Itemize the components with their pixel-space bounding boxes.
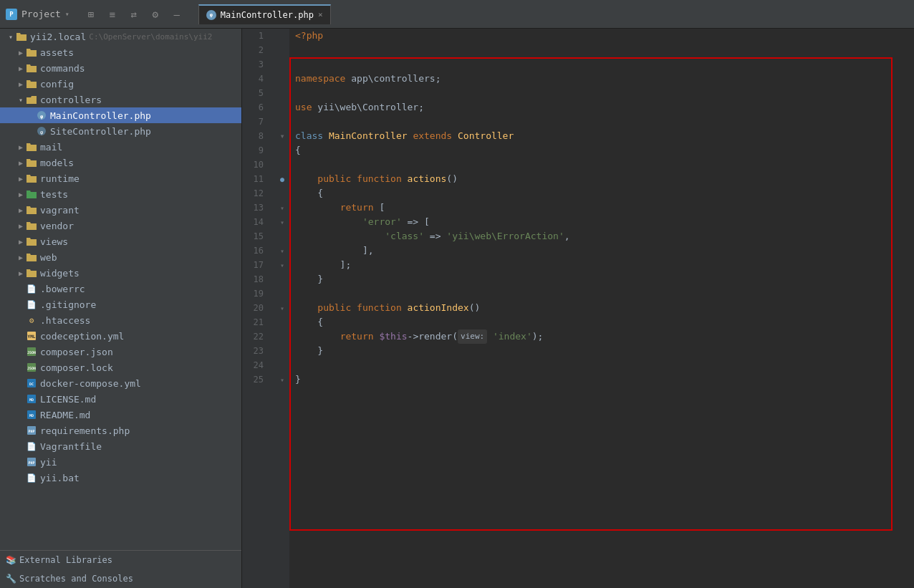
line-numbers: 1 2 3 4 5 6 7 8 9 10 11 12 13 14 15 16 1… <box>242 29 275 588</box>
svg-text:MD: MD <box>29 397 34 402</box>
label-codeception: codeception.yml <box>40 331 124 342</box>
line-num-10: 10 <box>242 158 269 172</box>
token-8-2: MainController <box>329 129 413 143</box>
code-line-20: public function actionIndex() <box>289 301 914 315</box>
sidebar-item-readme[interactable]: MD README.md <box>0 407 241 423</box>
tab-close-button[interactable]: × <box>318 10 323 19</box>
root-path: C:\OpenServer\domains\yii2 <box>89 32 212 42</box>
code-line-21: { <box>289 315 914 329</box>
sidebar-item-controllers[interactable]: ▾ controllers <box>0 92 241 107</box>
tool-sync-icon[interactable]: ⇄ <box>127 7 141 21</box>
gutter-14[interactable]: ▾ <box>275 215 289 229</box>
sidebar-item-widgets[interactable]: ▶ widgets <box>0 265 241 281</box>
folder-icon-vendor <box>26 221 37 231</box>
gutter-6 <box>275 100 289 115</box>
code-lines[interactable]: <?php namespace app\controllers; use yii… <box>289 29 914 588</box>
sidebar-item-composerlock[interactable]: JSON composer.lock <box>0 360 241 375</box>
folder-icon-assets <box>26 47 37 57</box>
sidebar-item-commands[interactable]: ▶ commands <box>0 60 241 76</box>
sidebar-item-models[interactable]: ▶ models <box>0 155 241 170</box>
sidebar-item-views[interactable]: ▶ views <box>0 233 241 249</box>
code-line-9: { <box>289 143 914 158</box>
svg-text:PHP: PHP <box>28 429 34 433</box>
sidebar-item-runtime[interactable]: ▶ runtime <box>0 170 241 186</box>
token-13-2: return <box>340 201 380 215</box>
sidebar-item-web[interactable]: ▶ web <box>0 249 241 265</box>
gutter-20[interactable]: ▾ <box>275 301 289 315</box>
sidebar-item-bowerrc[interactable]: 📄 .bowerrc <box>0 281 241 297</box>
token-12-1: { <box>295 186 323 201</box>
sidebar-item-config[interactable]: ▶ config <box>0 76 241 92</box>
code-line-10 <box>289 158 914 172</box>
code-line-12: { <box>289 186 914 201</box>
arrow-mail: ▶ <box>16 143 26 151</box>
file-icon-license: MD <box>26 394 37 404</box>
tabs-area: φ MainController.php × <box>184 4 908 24</box>
project-dropdown-icon[interactable]: ▾ <box>65 10 69 18</box>
sidebar: ▾ yii2.local C:\OpenServer\domains\yii2 … <box>0 29 242 588</box>
gutter-16[interactable]: ▾ <box>275 244 289 258</box>
token-11-1: public <box>317 172 357 186</box>
code-line-15: 'class' => 'yii\web\ErrorAction', <box>289 229 914 244</box>
tool-minimize-icon[interactable]: — <box>170 7 184 21</box>
line-num-2: 2 <box>242 43 269 57</box>
gutter-8[interactable]: ▾ <box>275 129 289 143</box>
token-21-1: { <box>295 315 323 329</box>
token-8-4: Controller <box>458 129 514 143</box>
sidebar-item-docker[interactable]: DC docker-compose.yml <box>0 375 241 391</box>
gutter-2 <box>275 43 289 57</box>
sidebar-item-sitecontroller[interactable]: φ SiteController.php <box>0 123 241 139</box>
sidebar-item-htaccess[interactable]: ⚙ .htaccess <box>0 312 241 328</box>
tool-settings-icon[interactable]: ⚙ <box>148 7 163 21</box>
sidebar-item-composerjson[interactable]: JSON composer.json <box>0 344 241 360</box>
gutter-25[interactable]: ▾ <box>275 372 289 387</box>
token-15-4: 'yii\web\ErrorAction' <box>446 229 564 244</box>
sidebar-item-mail[interactable]: ▶ mail <box>0 139 241 155</box>
svg-text:DC: DC <box>29 382 34 386</box>
gutter-19 <box>275 286 289 301</box>
line-num-25: 25 <box>242 372 269 387</box>
code-line-24 <box>289 358 914 372</box>
tool-layout-icon[interactable]: ⊞ <box>84 7 98 21</box>
php-icon-yii: PHP <box>26 457 37 467</box>
svg-text:φ: φ <box>40 130 43 135</box>
sidebar-item-tests[interactable]: ▶ tests <box>0 186 241 202</box>
tool-list-icon[interactable]: ≡ <box>105 7 120 21</box>
line-num-3: 3 <box>242 57 269 72</box>
line-num-21: 21 <box>242 315 269 329</box>
sidebar-item-root[interactable]: ▾ yii2.local C:\OpenServer\domains\yii2 <box>0 29 241 44</box>
line-num-23: 23 <box>242 344 269 358</box>
sidebar-item-license[interactable]: MD LICENSE.md <box>0 391 241 407</box>
folder-icon-views <box>26 236 37 246</box>
external-libraries-item[interactable]: 📚 External Libraries <box>0 551 241 569</box>
sidebar-item-assets[interactable]: ▶ assets <box>0 44 241 60</box>
sidebar-item-vagrant[interactable]: ▶ vagrant <box>0 202 241 218</box>
sidebar-item-yiibat[interactable]: 📄 yii.bat <box>0 470 241 486</box>
token-11-2: function <box>357 172 407 186</box>
sidebar-item-vagrantfile[interactable]: 📄 Vagrantfile <box>0 438 241 454</box>
tab-maincontroller[interactable]: φ MainController.php × <box>198 4 331 24</box>
sidebar-item-vendor[interactable]: ▶ vendor <box>0 218 241 233</box>
svg-text:JSON: JSON <box>27 350 36 355</box>
file-icon-composerlock: JSON <box>26 362 37 372</box>
token-15-1 <box>295 229 385 244</box>
label-runtime: runtime <box>40 173 80 184</box>
code-view[interactable]: 1 2 3 4 5 6 7 8 9 10 11 12 13 14 15 16 1… <box>242 29 914 588</box>
sidebar-item-yii[interactable]: PHP yii <box>0 454 241 470</box>
code-line-13: return [ <box>289 201 914 215</box>
token-22-5 <box>487 329 493 344</box>
token-22-4: view: <box>458 329 487 344</box>
sidebar-item-gitignore[interactable]: 📄 .gitignore <box>0 297 241 312</box>
gutter-7 <box>275 115 289 129</box>
sidebar-item-codeception[interactable]: YML codeception.yml <box>0 328 241 344</box>
gutter-17[interactable]: ▾ <box>275 258 289 272</box>
token-1-1: <?php <box>295 29 323 43</box>
label-vagrantfile: Vagrantfile <box>40 441 102 452</box>
sidebar-item-maincontroller[interactable]: φ MainController.php <box>0 107 241 123</box>
scratches-item[interactable]: 🔧 Scratches and Consoles <box>0 569 241 588</box>
token-4-1: namespace <box>295 72 351 86</box>
sidebar-item-requirements[interactable]: PHP requirements.php <box>0 423 241 438</box>
gutter-13[interactable]: ▾ <box>275 201 289 215</box>
line-num-12: 12 <box>242 186 269 201</box>
gutter-11[interactable]: ● <box>275 172 289 186</box>
